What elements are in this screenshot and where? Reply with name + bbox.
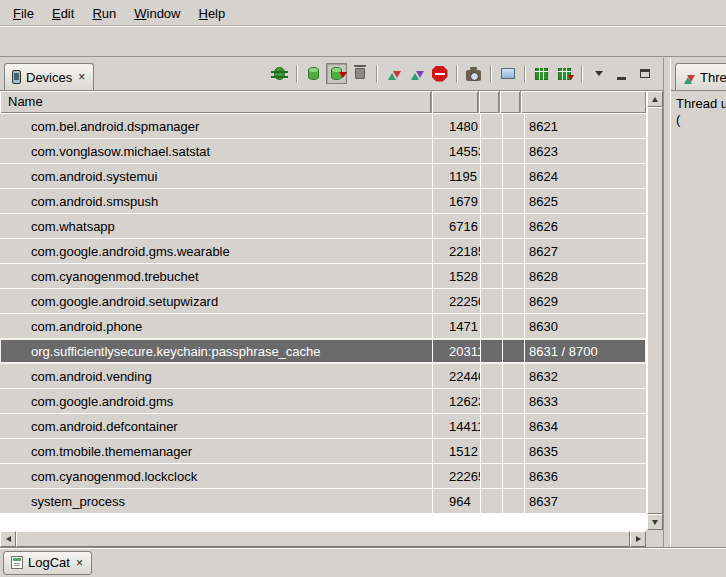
stop-process-icon[interactable] bbox=[429, 63, 450, 84]
view-hierarchy-icon[interactable] bbox=[497, 63, 518, 84]
update-heap-icon[interactable] bbox=[303, 63, 324, 84]
table-row[interactable]: com.android.systemui 1195 8624 bbox=[0, 164, 646, 188]
table-row[interactable]: com.android.phone 1471 8630 bbox=[0, 314, 646, 338]
debug-process-icon[interactable] bbox=[269, 63, 290, 84]
cell-port: 8624 bbox=[525, 164, 646, 188]
tab-devices[interactable]: Devices × bbox=[4, 63, 94, 90]
method-profiling-icon[interactable] bbox=[554, 63, 575, 84]
menu-item[interactable]: Help bbox=[189, 2, 234, 24]
cell-process-name: com.android.defcontainer bbox=[0, 414, 432, 438]
device-icon bbox=[12, 70, 21, 84]
cell-blank2 bbox=[503, 489, 524, 513]
table-row[interactable]: com.cyanogenmod.lockclock 22265 8636 bbox=[0, 464, 646, 488]
column-header-blank2[interactable] bbox=[500, 91, 521, 113]
cell-pid: 20311 bbox=[433, 339, 480, 363]
cell-process-name: com.whatsapp bbox=[0, 214, 432, 238]
menu-item[interactable]: Run bbox=[83, 2, 125, 24]
table-row[interactable]: com.google.android.gms 12623 8633 bbox=[0, 389, 646, 413]
capture-systrace-icon[interactable] bbox=[531, 63, 552, 84]
minimize-icon[interactable] bbox=[611, 63, 632, 84]
threads-message: Thread up ( bbox=[671, 91, 726, 128]
process-table: Name com.bel.android.dspmanager 1480 862… bbox=[0, 91, 663, 547]
cell-pid: 1679 bbox=[433, 189, 480, 213]
table-row[interactable]: com.bel.android.dspmanager 1480 8621 bbox=[0, 114, 646, 138]
stop-monitoring-icon[interactable] bbox=[406, 63, 427, 84]
horizontal-scroll-thumb[interactable] bbox=[16, 531, 630, 547]
vertical-scroll-thumb[interactable] bbox=[647, 107, 663, 514]
cell-process-name: com.google.android.gms bbox=[0, 389, 432, 413]
cell-pid: 22185 bbox=[433, 239, 480, 263]
cell-port: 8637 bbox=[525, 489, 646, 513]
cell-port: 8635 bbox=[525, 439, 646, 463]
cell-process-name: com.cyanogenmod.lockclock bbox=[0, 464, 432, 488]
cell-blank2 bbox=[503, 464, 524, 488]
dump-hprof-icon[interactable] bbox=[326, 63, 347, 84]
cell-blank2 bbox=[503, 389, 524, 413]
column-header-blank1[interactable] bbox=[479, 91, 500, 113]
cell-port: 8631 / 8700 bbox=[525, 339, 646, 363]
cell-blank2 bbox=[503, 364, 524, 388]
cell-port: 8628 bbox=[525, 264, 646, 288]
cell-process-name: com.tmobile.thememanager bbox=[0, 439, 432, 463]
cell-port: 8633 bbox=[525, 389, 646, 413]
column-header-pid[interactable] bbox=[432, 91, 479, 113]
menu-item[interactable]: Window bbox=[125, 2, 189, 24]
table-row[interactable]: com.vonglasow.michael.satstat 14553 8623 bbox=[0, 139, 646, 163]
update-threads-icon[interactable] bbox=[383, 63, 404, 84]
scroll-up-icon[interactable] bbox=[647, 91, 663, 107]
cell-blank1 bbox=[481, 139, 502, 163]
cell-port: 8634 bbox=[525, 414, 646, 438]
toolbar-separator bbox=[524, 65, 525, 83]
cell-blank1 bbox=[481, 189, 502, 213]
screen-capture-icon[interactable] bbox=[463, 63, 484, 84]
cell-blank1 bbox=[481, 389, 502, 413]
scroll-down-icon[interactable] bbox=[647, 514, 663, 530]
cell-blank2 bbox=[503, 189, 524, 213]
cell-blank2 bbox=[503, 164, 524, 188]
vertical-scrollbar[interactable] bbox=[646, 91, 663, 530]
cell-process-name: system_process bbox=[0, 489, 432, 513]
scroll-left-icon[interactable] bbox=[0, 531, 16, 547]
table-row[interactable]: com.android.vending 22440 8632 bbox=[0, 364, 646, 388]
devices-toolbar bbox=[269, 63, 655, 84]
menu-item[interactable]: File bbox=[4, 2, 43, 24]
threads-icon bbox=[683, 71, 695, 83]
cell-process-name: com.android.smspush bbox=[0, 189, 432, 213]
table-row[interactable]: org.sufficientlysecure.keychain:passphra… bbox=[0, 339, 646, 363]
cell-process-name: com.android.systemui bbox=[0, 164, 432, 188]
table-row[interactable]: com.cyanogenmod.trebuchet 1528 8628 bbox=[0, 264, 646, 288]
cause-gc-icon[interactable] bbox=[349, 63, 370, 84]
table-row[interactable]: com.google.android.gms.wearable 22185 86… bbox=[0, 239, 646, 263]
cell-process-name: com.google.android.gms.wearable bbox=[0, 239, 432, 263]
cell-blank1 bbox=[481, 439, 502, 463]
table-row[interactable]: system_process 964 8637 bbox=[0, 489, 646, 513]
view-menu-icon[interactable] bbox=[588, 63, 609, 84]
column-header-name[interactable]: Name bbox=[0, 91, 432, 113]
main-toolbar bbox=[0, 26, 726, 57]
tab-devices-label: Devices bbox=[26, 70, 72, 85]
cell-port: 8625 bbox=[525, 189, 646, 213]
column-header-port[interactable] bbox=[521, 91, 646, 113]
cell-blank1 bbox=[481, 239, 502, 263]
scroll-right-icon[interactable] bbox=[630, 531, 646, 547]
cell-blank2 bbox=[503, 289, 524, 313]
table-row[interactable]: com.google.android.setupwizard 22250 862… bbox=[0, 289, 646, 313]
cell-pid: 964 bbox=[433, 489, 480, 513]
table-row[interactable]: com.android.defcontainer 14411 8634 bbox=[0, 414, 646, 438]
menu-bar: FileEditRunWindowHelp bbox=[0, 0, 726, 26]
table-row[interactable]: com.android.smspush 1679 8625 bbox=[0, 189, 646, 213]
cell-process-name: com.android.phone bbox=[0, 314, 432, 338]
table-row[interactable]: com.whatsapp 6716 8626 bbox=[0, 214, 646, 238]
horizontal-scrollbar[interactable] bbox=[0, 530, 646, 547]
tab-logcat[interactable]: LogCat × bbox=[3, 551, 92, 575]
close-icon[interactable]: × bbox=[77, 70, 86, 84]
cell-process-name: com.cyanogenmod.trebuchet bbox=[0, 264, 432, 288]
table-row[interactable]: com.tmobile.thememanager 1512 8635 bbox=[0, 439, 646, 463]
tab-logcat-label: LogCat bbox=[28, 555, 70, 570]
tab-threads[interactable]: Threads bbox=[675, 63, 726, 90]
cell-process-name: com.android.vending bbox=[0, 364, 432, 388]
scrollbar-corner bbox=[646, 530, 663, 547]
close-icon[interactable]: × bbox=[75, 556, 84, 570]
maximize-icon[interactable] bbox=[634, 63, 655, 84]
menu-item[interactable]: Edit bbox=[43, 2, 83, 24]
